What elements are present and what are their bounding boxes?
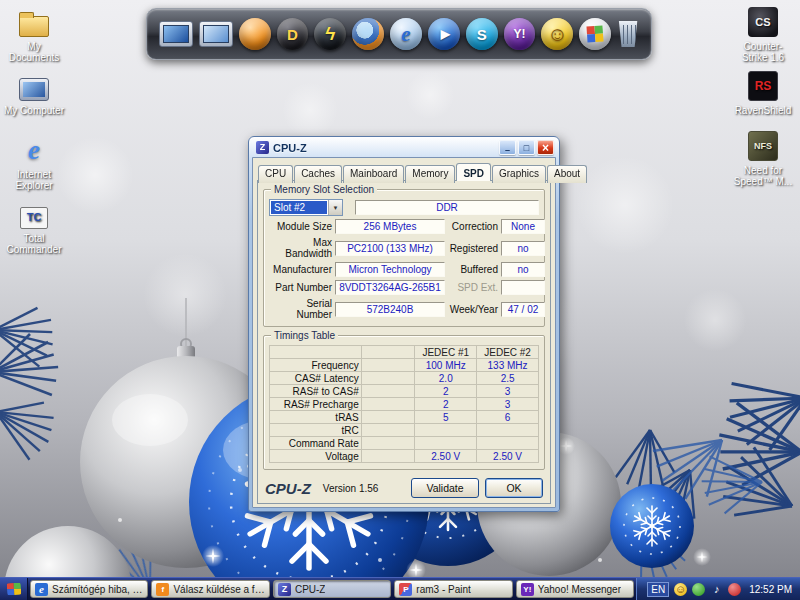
desktop-icon-label: My Documents [9, 41, 60, 63]
table-row: CAS# Latency 2.0 2.5 [270, 372, 539, 385]
group-label: Timings Table [271, 330, 338, 341]
messenger-tray-icon[interactable] [692, 583, 705, 596]
yahoo-messenger-icon[interactable]: Y! [504, 18, 536, 50]
serial-number-value: 572B240B [335, 302, 445, 317]
group-label: Memory Slot Selection [271, 184, 377, 195]
display-screen [203, 25, 229, 43]
tab-about[interactable]: About [547, 165, 587, 183]
window-title: CPU-Z [273, 142, 499, 154]
my-computer-icon[interactable] [199, 21, 233, 47]
cpuz-logo: CPU-Z [265, 480, 311, 497]
tab-mainboard[interactable]: Mainboard [343, 165, 404, 183]
desktop-icon-internet-explorer[interactable]: e Internet Explorer [2, 134, 66, 191]
clock[interactable]: 12:52 PM [746, 584, 792, 595]
display-icon[interactable] [159, 21, 193, 47]
window-footer: CPU-Z Version 1.56 Validate OK [263, 478, 545, 499]
system-tray: EN 12:52 PM [636, 578, 800, 600]
validate-button[interactable]: Validate [411, 478, 479, 498]
table-header-row: JEDEC #1 JEDEC #2 [270, 346, 539, 359]
desktop-icon-total-commander[interactable]: TC Total Commander [2, 198, 66, 255]
cpuz-window: Z CPU-Z CPU Caches Mainboard Memory SPD … [248, 136, 560, 512]
timings-table-group: Timings Table JEDEC #1 JEDEC #2 Frequenc… [263, 335, 545, 470]
window-client: CPU Caches Mainboard Memory SPD Graphics… [252, 157, 556, 508]
yahoo-messenger-icon: Y! [521, 583, 534, 596]
correction-value: None [501, 219, 545, 234]
field-label: Buffered [445, 264, 501, 275]
table-row: RAS# Precharge 2 3 [270, 398, 539, 411]
cpuz-app-icon: Z [278, 583, 291, 596]
slot-select[interactable]: Slot #2 [269, 199, 343, 216]
field-label: Registered [445, 243, 501, 254]
recycle-bin-icon[interactable] [617, 21, 639, 47]
tab-graphics[interactable]: Graphics [492, 165, 546, 183]
antivirus-tray-icon[interactable] [728, 583, 741, 596]
paint-icon: P [399, 583, 412, 596]
windows-flag [587, 25, 604, 42]
field-label: Serial Number [269, 298, 335, 320]
desktop-icon-label: Total Commander [6, 233, 61, 255]
winamp-icon[interactable]: ϟ [314, 18, 346, 50]
desktop-icon-label: Counter-Strike 1.6 [742, 41, 784, 63]
max-bandwidth-value: PC2100 (133 MHz) [335, 241, 445, 256]
table-row: tRAS 5 6 [270, 411, 539, 424]
desktop-icon-my-computer[interactable]: My Computer [2, 70, 66, 116]
ok-button[interactable]: OK [485, 478, 543, 498]
display-screen [163, 25, 189, 43]
desktop: My Documents My Computer e Internet Expl… [0, 0, 800, 600]
tab-memory[interactable]: Memory [405, 165, 455, 183]
orange-ball-icon[interactable] [239, 18, 271, 50]
table-row: Frequency 100 MHz 133 MHz [270, 359, 539, 372]
windows-icon[interactable] [579, 18, 611, 50]
media-player-icon[interactable]: ▶ [428, 18, 460, 50]
firefox-icon[interactable] [352, 18, 384, 50]
desktop-icon-label: Internet Explorer [15, 169, 52, 191]
windows-start-icon [6, 583, 21, 596]
desktop-icon-ravenshield[interactable]: RS RavenShield [732, 70, 794, 116]
titlebar[interactable]: Z CPU-Z [252, 137, 556, 157]
field-label: Week/Year [445, 304, 501, 315]
part-number-value: 8VDDT3264AG-265B1 [335, 280, 445, 295]
internet-explorer-icon[interactable]: e [390, 18, 422, 50]
yahoo-tray-icon[interactable] [674, 583, 687, 596]
close-button[interactable] [537, 140, 554, 155]
table-row: tRC [270, 424, 539, 437]
memory-slot-selection-group: Memory Slot Selection Slot #2 DDR Module… [263, 189, 545, 327]
need-for-speed-icon: NFS [732, 130, 794, 162]
timings-col-jedec1: JEDEC #1 [415, 346, 477, 359]
language-indicator[interactable]: EN [647, 582, 669, 597]
desktop-icon-my-documents[interactable]: My Documents [2, 6, 66, 63]
chevron-down-icon[interactable] [328, 200, 342, 215]
field-label: SPD Ext. [445, 282, 501, 293]
daemon-tools-icon[interactable]: D [277, 18, 309, 50]
skype-icon[interactable]: S [466, 18, 498, 50]
taskbar-button-cpuz[interactable]: Z CPU-Z [273, 580, 391, 598]
taskbar-buttons: e Számítógép hiba, de... f Válasz küldés… [28, 580, 636, 598]
spd-tab-page: Memory Slot Selection Slot #2 DDR Module… [257, 180, 551, 504]
maximize-button[interactable] [518, 140, 535, 155]
minimize-button[interactable] [499, 140, 516, 155]
memory-type-field: DDR [355, 200, 539, 215]
dock: D ϟ e ▶ S Y! ☺ [146, 8, 652, 60]
tab-spd[interactable]: SPD [456, 163, 491, 181]
computer-icon [2, 70, 66, 102]
field-row: Max Bandwidth PC2100 (133 MHz) Registere… [269, 237, 539, 259]
desktop-icon-counter-strike[interactable]: CS Counter-Strike 1.6 [732, 6, 794, 63]
taskbar: e Számítógép hiba, de... f Válasz küldés… [0, 577, 800, 600]
field-label: Module Size [269, 221, 335, 232]
desktop-icon-label: RavenShield [735, 105, 792, 116]
start-button[interactable] [0, 578, 28, 600]
field-row: Manufacturer Micron Technology Buffered … [269, 262, 539, 277]
taskbar-button-yahoo-messenger[interactable]: Y! Yahoo! Messenger [516, 580, 634, 598]
taskbar-button-browser-error[interactable]: e Számítógép hiba, de... [30, 580, 148, 598]
volume-icon[interactable] [710, 583, 723, 596]
tab-caches[interactable]: Caches [294, 165, 342, 183]
table-row: Command Rate [270, 437, 539, 450]
desktop-icon-label: Need for Speed™ M... [734, 165, 792, 187]
folder-icon [2, 6, 66, 38]
smiley-icon[interactable]: ☺ [541, 18, 573, 50]
taskbar-button-forum-reply[interactable]: f Válasz küldése a fór... [151, 580, 269, 598]
taskbar-button-paint[interactable]: P ram3 - Paint [394, 580, 512, 598]
tab-cpu[interactable]: CPU [258, 165, 293, 183]
desktop-icon-need-for-speed[interactable]: NFS Need for Speed™ M... [732, 130, 794, 187]
cpuz-app-icon: Z [256, 141, 269, 154]
